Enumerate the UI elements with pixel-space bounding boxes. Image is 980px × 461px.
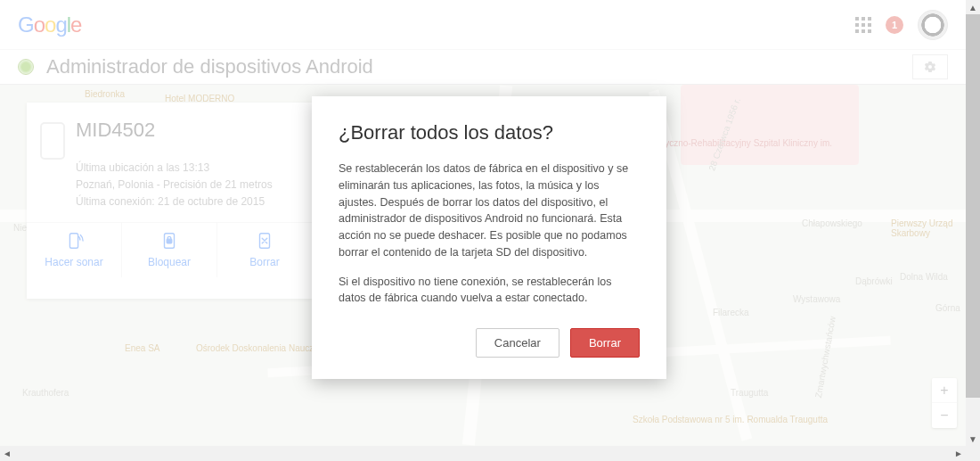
scroll-thumb[interactable] <box>966 14 980 398</box>
scroll-left-arrow[interactable]: ◄ <box>0 449 14 458</box>
erase-dialog: ¿Borrar todos los datos? Se restablecerá… <box>312 96 666 379</box>
cancel-button[interactable]: Cancelar <box>476 328 559 358</box>
dialog-body-2: Si el dispositivo no tiene conexión, se … <box>339 274 640 308</box>
confirm-erase-button[interactable]: Borrar <box>570 328 640 358</box>
dialog-body-1: Se restablecerán los datos de fábrica en… <box>339 161 640 261</box>
scroll-up-arrow[interactable]: ▲ <box>966 0 980 14</box>
scroll-corner <box>966 446 980 461</box>
vertical-scrollbar[interactable]: ▲ ▼ <box>966 0 980 446</box>
scroll-right-arrow[interactable]: ► <box>951 449 966 458</box>
horizontal-scrollbar[interactable]: ◄ ► <box>0 446 966 461</box>
scroll-down-arrow[interactable]: ▼ <box>966 432 980 446</box>
dialog-title: ¿Borrar todos los datos? <box>339 121 640 144</box>
